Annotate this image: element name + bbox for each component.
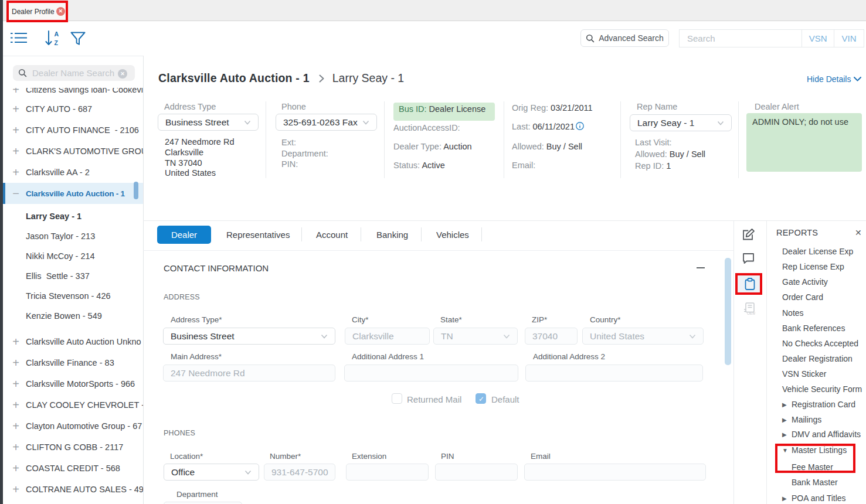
svg-text:OEM: OEM: [747, 311, 755, 315]
svg-text:A: A: [55, 30, 59, 38]
svg-text:Z: Z: [55, 39, 59, 46]
